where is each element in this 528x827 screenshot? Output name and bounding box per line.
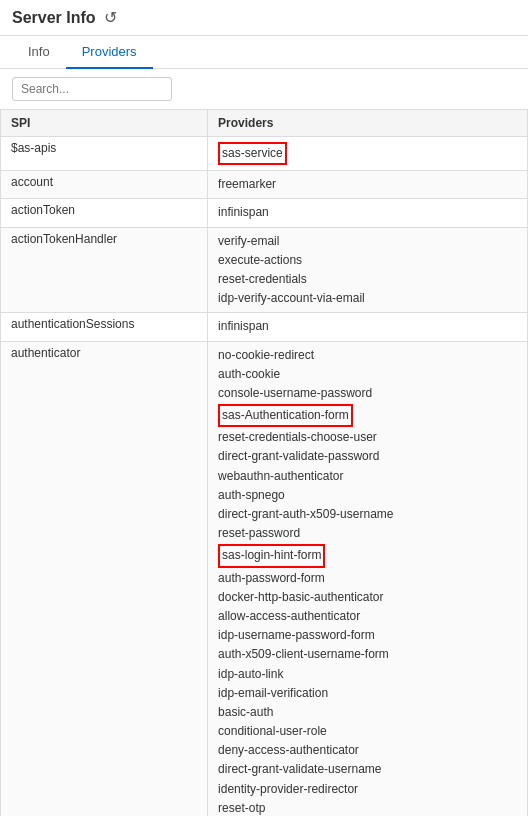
search-bar	[0, 69, 528, 109]
provider-item: freemarker	[218, 175, 517, 194]
provider-item: direct-grant-auth-x509-username	[218, 505, 517, 524]
provider-item: basic-auth	[218, 703, 517, 722]
spi-cell: actionToken	[1, 199, 208, 227]
provider-item: sas-service	[218, 142, 287, 165]
providers-cell: infinispan	[208, 313, 528, 341]
table-row: $as-apissas-service	[1, 137, 528, 171]
tab-bar: Info Providers	[0, 36, 528, 69]
provider-item: idp-verify-account-via-email	[218, 289, 517, 308]
table-row: authenticatorno-cookie-redirectauth-cook…	[1, 341, 528, 816]
spi-cell: authenticationSessions	[1, 313, 208, 341]
provider-item: execute-actions	[218, 251, 517, 270]
refresh-icon[interactable]: ↺	[104, 8, 117, 27]
provider-item: webauthn-authenticator	[218, 467, 517, 486]
provider-item: docker-http-basic-authenticator	[218, 588, 517, 607]
table-row: accountfreemarker	[1, 171, 528, 199]
provider-item: direct-grant-validate-username	[218, 760, 517, 779]
spi-cell: account	[1, 171, 208, 199]
provider-item: infinispan	[218, 317, 517, 336]
provider-item: reset-password	[218, 524, 517, 543]
providers-cell: verify-emailexecute-actionsreset-credent…	[208, 227, 528, 313]
providers-cell: sas-service	[208, 137, 528, 171]
provider-item: sas-Authentication-form	[218, 404, 353, 427]
spi-cell: authenticator	[1, 341, 208, 816]
provider-item: verify-email	[218, 232, 517, 251]
provider-item: idp-email-verification	[218, 684, 517, 703]
provider-item: idp-auto-link	[218, 665, 517, 684]
provider-item: conditional-user-role	[218, 722, 517, 741]
provider-item: infinispan	[218, 203, 517, 222]
provider-item: sas-login-hint-form	[218, 544, 325, 567]
provider-item: identity-provider-redirector	[218, 780, 517, 799]
provider-item: direct-grant-validate-password	[218, 447, 517, 466]
spi-cell: $as-apis	[1, 137, 208, 171]
col-header-providers: Providers	[208, 110, 528, 137]
provider-item: deny-access-authenticator	[218, 741, 517, 760]
provider-item: auth-cookie	[218, 365, 517, 384]
provider-item: auth-x509-client-username-form	[218, 645, 517, 664]
providers-cell: freemarker	[208, 171, 528, 199]
col-header-spi: SPI	[1, 110, 208, 137]
provider-item: console-username-password	[218, 384, 517, 403]
spi-cell: actionTokenHandler	[1, 227, 208, 313]
tab-info[interactable]: Info	[12, 36, 66, 69]
provider-item: idp-username-password-form	[218, 626, 517, 645]
providers-table: SPI Providers $as-apissas-serviceaccount…	[0, 109, 528, 816]
provider-item: reset-credentials-choose-user	[218, 428, 517, 447]
provider-item: reset-credentials	[218, 270, 517, 289]
table-row: actionTokeninfinispan	[1, 199, 528, 227]
page-title: Server Info	[12, 9, 96, 27]
tab-providers[interactable]: Providers	[66, 36, 153, 69]
provider-item: allow-access-authenticator	[218, 607, 517, 626]
providers-cell: no-cookie-redirectauth-cookieconsole-use…	[208, 341, 528, 816]
providers-table-container: SPI Providers $as-apissas-serviceaccount…	[0, 109, 528, 816]
provider-item: auth-spnego	[218, 486, 517, 505]
provider-item: no-cookie-redirect	[218, 346, 517, 365]
provider-item: auth-password-form	[218, 569, 517, 588]
provider-item: reset-otp	[218, 799, 517, 816]
page-header: Server Info ↺	[0, 0, 528, 36]
table-row: authenticationSessionsinfinispan	[1, 313, 528, 341]
table-row: actionTokenHandlerverify-emailexecute-ac…	[1, 227, 528, 313]
search-input[interactable]	[12, 77, 172, 101]
providers-cell: infinispan	[208, 199, 528, 227]
